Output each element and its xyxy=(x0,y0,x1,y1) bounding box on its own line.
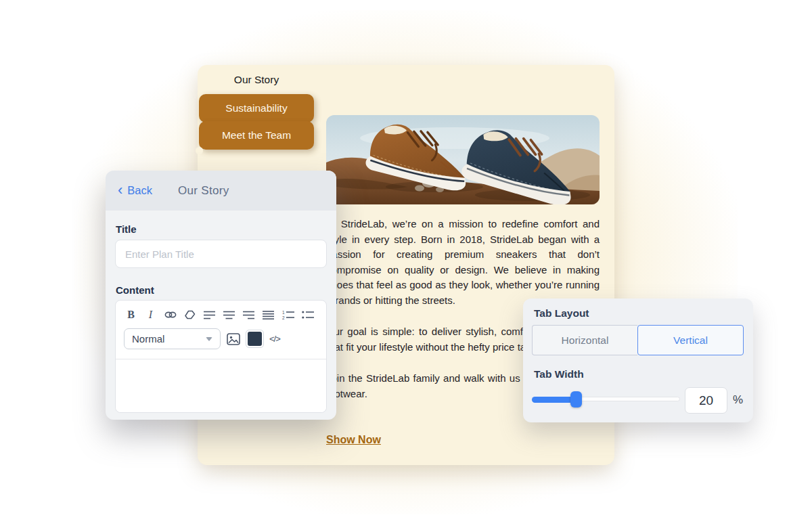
tab-junction-notch xyxy=(196,147,203,154)
sneakers-illustration xyxy=(326,115,600,204)
tab-sustainability[interactable]: Sustainability xyxy=(199,94,314,123)
tab-width-slider[interactable] xyxy=(532,397,680,401)
title-label: Title xyxy=(116,223,137,235)
show-now-link[interactable]: Show Now xyxy=(326,434,381,446)
back-label: Back xyxy=(127,184,152,197)
bullet-list-icon[interactable] xyxy=(300,308,315,322)
canvas: Our Story Sustainability Meet the Team O… xyxy=(0,0,812,528)
story-paragraph: At StrideLab, we’re on a mission to rede… xyxy=(326,217,600,308)
clear-formatting-icon[interactable] xyxy=(183,308,197,322)
layout-option-horizontal[interactable]: Horizontal xyxy=(532,325,637,355)
tab-width-input[interactable] xyxy=(685,387,727,414)
sneakers-hero-image xyxy=(326,115,600,204)
svg-text:2: 2 xyxy=(282,315,285,320)
tab-meet-the-team[interactable]: Meet the Team xyxy=(199,121,314,150)
tab-settings-panel: Tab Layout Horizontal Vertical Tab Width… xyxy=(523,299,753,422)
align-center-icon[interactable] xyxy=(222,308,236,322)
tab-width-label: Tab Width xyxy=(534,368,584,380)
content-label: Content xyxy=(116,284,154,296)
rich-text-editor: B I xyxy=(115,300,327,413)
content-textarea[interactable] xyxy=(116,359,326,412)
text-color-button[interactable] xyxy=(246,330,264,348)
link-icon[interactable] xyxy=(163,308,177,322)
layout-option-vertical[interactable]: Vertical xyxy=(637,325,744,355)
text-color-chip xyxy=(248,332,262,346)
percent-unit-label: % xyxy=(733,393,743,407)
inactive-tab-group: Sustainability Meet the Team xyxy=(199,94,314,150)
vertical-tab-list: Our Story Sustainability Meet the Team xyxy=(199,65,314,150)
title-input[interactable] xyxy=(115,240,327,268)
tab-our-story[interactable]: Our Story xyxy=(199,65,314,94)
italic-icon[interactable]: I xyxy=(143,308,158,322)
bold-icon[interactable]: B xyxy=(124,308,138,322)
paragraph-format-select[interactable]: Normal xyxy=(124,328,221,349)
align-left-icon[interactable] xyxy=(202,308,217,322)
chevron-down-icon xyxy=(206,337,212,341)
slider-thumb[interactable] xyxy=(570,391,582,408)
svg-text:1: 1 xyxy=(282,310,285,315)
format-toolbar-row: Normal </> xyxy=(116,324,326,353)
align-justify-icon[interactable] xyxy=(261,308,275,322)
insert-image-icon[interactable] xyxy=(226,332,240,346)
align-right-icon[interactable] xyxy=(242,308,256,322)
back-button[interactable]: ‹ Back xyxy=(118,183,152,198)
layout-segmented-control: Horizontal Vertical xyxy=(532,325,744,355)
code-view-icon[interactable]: </> xyxy=(269,334,280,344)
editor-title: Our Story xyxy=(178,184,229,198)
ordered-list-icon[interactable]: 12 xyxy=(281,308,295,322)
formatting-toolbar: B I xyxy=(116,301,326,324)
tab-layout-label: Tab Layout xyxy=(534,307,589,320)
chevron-left-icon: ‹ xyxy=(118,183,122,198)
editor-header: ‹ Back Our Story xyxy=(106,171,336,211)
editor-panel: ‹ Back Our Story Title Content B I xyxy=(106,171,336,420)
format-select-value: Normal xyxy=(132,333,164,345)
